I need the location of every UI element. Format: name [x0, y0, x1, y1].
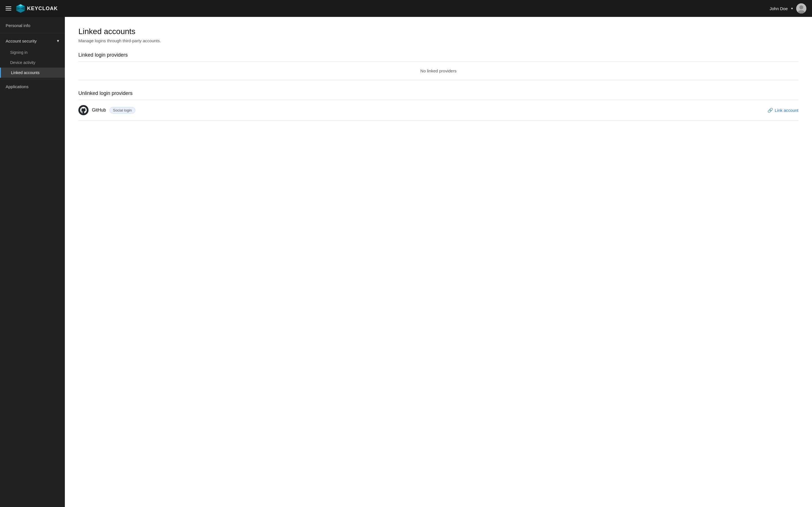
no-linked-providers-message: No linked providers: [79, 62, 799, 80]
signing-in-label: Signing in: [10, 50, 28, 55]
sidebar-divider-1: [0, 33, 65, 33]
applications-label: Applications: [6, 84, 29, 89]
provider-row-github: GitHub Social login 🔗 Link account: [79, 100, 799, 121]
logo-container: KEYCLOAK: [16, 4, 58, 13]
sidebar-item-account-security[interactable]: Account security ▾: [0, 34, 65, 47]
sidebar: Personal info Account security ▾ Signing…: [0, 17, 65, 507]
account-security-chevron-icon: ▾: [57, 38, 59, 43]
linked-providers-section: Linked login providers No linked provide…: [79, 52, 799, 80]
svg-point-7: [799, 5, 803, 9]
main-layout: Personal info Account security ▾ Signing…: [0, 17, 812, 507]
sidebar-item-personal-info-label: Personal info: [6, 23, 31, 28]
sidebar-item-device-activity[interactable]: Device activity: [0, 57, 65, 68]
sidebar-item-personal-info[interactable]: Personal info: [0, 19, 65, 32]
link-icon: 🔗: [767, 108, 773, 113]
page-title: Linked accounts: [79, 27, 799, 36]
keycloak-logo-icon: [16, 4, 26, 13]
sidebar-item-linked-accounts[interactable]: Linked accounts: [0, 68, 65, 78]
hamburger-menu-icon[interactable]: [6, 6, 11, 10]
sidebar-item-account-security-label: Account security: [6, 39, 37, 43]
github-provider-name: GitHub: [92, 108, 106, 113]
link-account-button[interactable]: 🔗 Link account: [767, 108, 799, 113]
navbar-right: John Doe ▾: [770, 3, 806, 13]
sidebar-item-signing-in[interactable]: Signing in: [0, 47, 65, 57]
linked-accounts-label: Linked accounts: [11, 70, 40, 75]
brand-name: KEYCLOAK: [27, 6, 58, 11]
device-activity-label: Device activity: [10, 60, 35, 65]
svg-point-9: [79, 105, 89, 115]
page-subtitle: Manage logins through third-party accoun…: [79, 38, 799, 43]
user-menu-chevron-icon[interactable]: ▾: [791, 6, 793, 10]
avatar[interactable]: [796, 3, 806, 13]
sidebar-item-applications[interactable]: Applications: [0, 80, 65, 93]
main-content: Linked accounts Manage logins through th…: [65, 17, 812, 507]
user-name-label[interactable]: John Doe: [770, 6, 788, 11]
navbar-left: KEYCLOAK: [6, 4, 58, 13]
sidebar-divider-2: [0, 79, 65, 79]
social-login-badge: Social login: [109, 107, 136, 114]
github-icon: [79, 105, 89, 115]
top-navbar: KEYCLOAK John Doe ▾: [0, 0, 812, 17]
linked-section-title: Linked login providers: [79, 52, 799, 58]
link-account-label: Link account: [775, 108, 799, 113]
unlinked-providers-section: Unlinked login providers GitHub Social l…: [79, 91, 799, 121]
unlinked-section-title: Unlinked login providers: [79, 91, 799, 96]
